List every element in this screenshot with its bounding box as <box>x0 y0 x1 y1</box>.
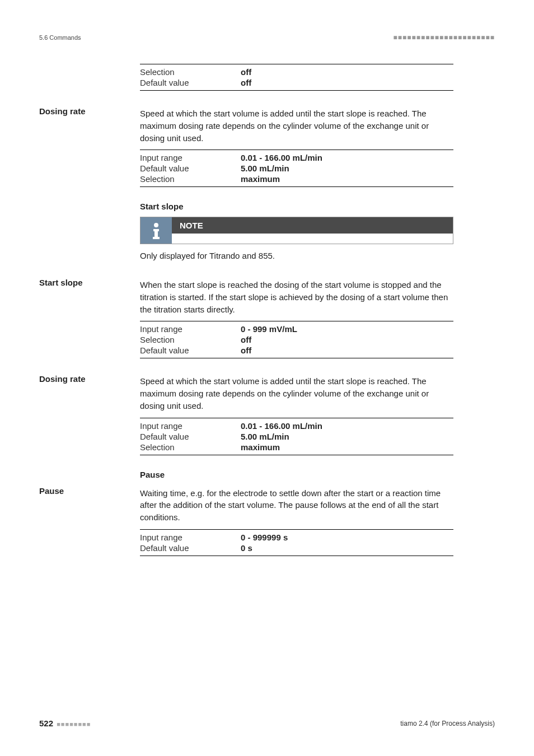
param-key: Selection <box>140 67 241 77</box>
param-value: 0 - 999 mV/mL <box>241 324 297 334</box>
param-value: 0 s <box>241 543 252 553</box>
dosing-rate-param-table: Input range 0.01 - 166.00 mL/min Default… <box>140 150 453 187</box>
sub-heading-pause: Pause <box>140 470 453 479</box>
param-key: Selection <box>140 442 241 452</box>
param-value: maximum <box>241 174 280 184</box>
sub-heading-start-slope: Start slope <box>140 202 453 211</box>
table-row: Input range 0 - 999999 s <box>140 532 453 543</box>
param-value: maximum <box>241 442 280 452</box>
table-row: Input range 0.01 - 166.00 mL/min <box>140 421 453 431</box>
table-row: Selection off <box>140 334 453 345</box>
param-key: Default value <box>140 432 241 441</box>
table-row: Default value off <box>140 345 453 356</box>
footer-dots: ■■■■■■■■ <box>57 721 91 727</box>
dosing-rate-2-description: Speed at which the start volume is added… <box>140 375 453 412</box>
param-key: Input range <box>140 153 241 162</box>
table-row: Default value 5.00 mL/min <box>140 431 453 442</box>
param-value: 0 - 999999 s <box>241 533 288 542</box>
page-header: 5.6 Commands ■■■■■■■■■■■■■■■■■■■■■■ <box>39 34 495 41</box>
param-value: 5.00 mL/min <box>241 164 289 173</box>
page-footer: 522 ■■■■■■■■ tiamo 2.4 (for Process Anal… <box>39 718 495 728</box>
svg-rect-3 <box>153 237 160 239</box>
param-value: off <box>241 335 251 344</box>
param-key: Default value <box>140 543 241 553</box>
param-value: 0.01 - 166.00 mL/min <box>241 153 322 162</box>
param-key: Input range <box>140 324 241 334</box>
param-key: Input range <box>140 533 241 542</box>
note-box: NOTE <box>140 217 453 244</box>
param-key: Default value <box>140 164 241 173</box>
pause-description: Waiting time, e.g. for the electrode to … <box>140 487 453 524</box>
start-slope-description: When the start slope is reached the dosi… <box>140 279 453 315</box>
intro-param-table: Selection off Default value off <box>140 64 453 91</box>
param-label-start-slope: Start slope <box>39 277 134 373</box>
table-row: Selection maximum <box>140 174 453 184</box>
param-label-dosing-rate-2: Dosing rate <box>39 373 134 484</box>
breadcrumb: 5.6 Commands <box>39 34 81 41</box>
dosing-rate-description: Speed at which the start volume is added… <box>140 108 453 144</box>
page-number-value: 522 <box>39 718 53 728</box>
param-key: Input range <box>140 421 241 431</box>
header-dots: ■■■■■■■■■■■■■■■■■■■■■■ <box>394 34 495 41</box>
table-row: Input range 0 - 999 mV/mL <box>140 324 453 334</box>
param-value: off <box>241 346 251 355</box>
page-number: 522 ■■■■■■■■ <box>39 718 91 728</box>
param-value: 5.00 mL/min <box>241 432 289 441</box>
pause-param-table: Input range 0 - 999999 s Default value 0… <box>140 529 453 556</box>
table-row: Selection maximum <box>140 442 453 452</box>
table-row: Input range 0.01 - 166.00 mL/min <box>140 152 453 163</box>
table-row: Default value 5.00 mL/min <box>140 163 453 174</box>
svg-rect-2 <box>154 229 158 238</box>
param-label-dosing-rate: Dosing rate <box>39 105 134 277</box>
table-row: Default value 0 s <box>140 543 453 553</box>
start-slope-param-table: Input range 0 - 999 mV/mL Selection off … <box>140 321 453 358</box>
table-row: Selection off <box>140 67 453 77</box>
param-label-pause: Pause <box>39 485 134 571</box>
param-value: off <box>241 67 251 77</box>
info-icon <box>140 217 172 244</box>
param-key: Selection <box>140 335 241 344</box>
note-text: Only displayed for Titrando and 855. <box>140 250 453 262</box>
dosing-rate-2-param-table: Input range 0.01 - 166.00 mL/min Default… <box>140 418 453 455</box>
param-key: Selection <box>140 174 241 184</box>
footer-text: tiamo 2.4 (for Process Analysis) <box>400 720 495 727</box>
svg-point-0 <box>154 223 158 227</box>
table-row: Default value off <box>140 77 453 88</box>
param-key: Default value <box>140 346 241 355</box>
param-value: 0.01 - 166.00 mL/min <box>241 421 322 431</box>
note-title: NOTE <box>172 217 453 234</box>
param-value: off <box>241 78 251 87</box>
param-key: Default value <box>140 78 241 87</box>
